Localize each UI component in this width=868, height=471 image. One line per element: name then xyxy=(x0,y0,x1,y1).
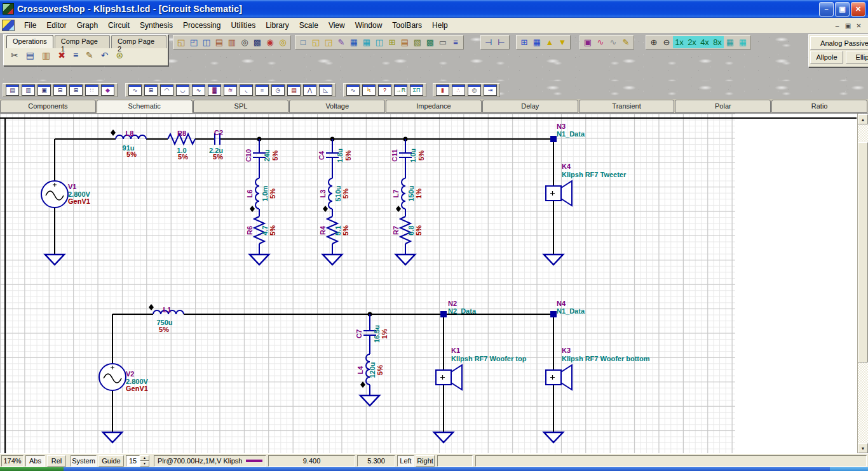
zoom-out-icon[interactable]: ⊖ xyxy=(660,36,673,48)
menu-item-graph[interactable]: Graph xyxy=(72,21,103,30)
thermometer-window-icon[interactable]: ▮ xyxy=(436,84,449,96)
bring-front-icon[interactable]: ⊞ xyxy=(69,84,83,96)
menu-item-editor[interactable]: Editor xyxy=(41,21,71,30)
restore-button[interactable]: ▣ xyxy=(835,2,850,17)
curves-color-icon[interactable]: ∿ xyxy=(594,36,607,48)
save-project-icon[interactable]: ◰ xyxy=(187,36,200,48)
impulse-window-icon[interactable]: ∿ xyxy=(128,84,142,96)
paste-components-icon[interactable]: ▤ xyxy=(213,36,226,48)
item-comp-page-2[interactable]: Comp Page 2 xyxy=(111,35,166,48)
zoom-4x-icon[interactable]: 4x xyxy=(698,36,711,48)
print-icon[interactable]: ▭ xyxy=(437,36,449,48)
circuit-canvas[interactable]: V1 2.800V GenV1 L8 91u 5% R8 1.0 5% C2 2… xyxy=(0,114,857,454)
view-tab-polar[interactable]: Polar xyxy=(675,100,771,113)
rel-button[interactable]: Rel xyxy=(47,455,66,467)
grid-dot-icon[interactable]: ▦ xyxy=(724,36,736,48)
calendar-icon[interactable]: ▤ xyxy=(398,36,411,48)
chart-window-icon[interactable]: ▩ xyxy=(424,36,437,48)
mdi-restore-button[interactable]: ▣ xyxy=(843,21,853,30)
spinner-down-icon[interactable]: ▼ xyxy=(140,461,149,467)
paste-icon[interactable]: ▥ xyxy=(42,51,50,60)
paste-circuit-icon[interactable]: ▥ xyxy=(226,36,238,48)
spectrum-window-icon[interactable]: ▓ xyxy=(208,84,221,96)
lightning-window-icon[interactable]: Ϟ xyxy=(362,84,376,96)
view-tab-voltage[interactable]: Voltage xyxy=(289,100,385,113)
gear-doc-icon[interactable]: ⊛ xyxy=(116,51,124,60)
toolbox-icon[interactable]: ⊞ xyxy=(386,36,398,48)
tile-vertical-icon[interactable]: ▥ xyxy=(22,84,35,96)
filter-button-ellip[interactable]: Ellip xyxy=(846,51,868,63)
move-up-icon[interactable]: ▲ xyxy=(543,36,556,48)
save-as-icon[interactable]: ▦ xyxy=(360,36,373,48)
menu-item-processing[interactable]: Processing xyxy=(178,21,226,30)
view-tab-spl[interactable]: SPL xyxy=(193,100,289,113)
node-N4[interactable] xyxy=(550,311,557,317)
phase-window-icon[interactable]: ◷ xyxy=(271,84,285,96)
grid-icon[interactable]: ▦ xyxy=(736,36,749,48)
frame-icon[interactable]: ▣ xyxy=(581,36,594,48)
item-comp-page-1[interactable]: Comp Page 1 xyxy=(55,35,110,48)
item-operations[interactable]: Operations xyxy=(6,35,53,48)
move-down-icon[interactable]: ▼ xyxy=(556,36,569,48)
zoom-in-icon[interactable]: ⊕ xyxy=(648,36,660,48)
merge-window-icon[interactable]: ⇥ xyxy=(484,84,497,96)
component-list-icon[interactable]: ≡ xyxy=(73,51,78,60)
scroll-up-button[interactable]: ▲ xyxy=(858,114,868,124)
open-special-icon[interactable]: ◲ xyxy=(322,36,335,48)
view-tab-impedance[interactable]: Impedance xyxy=(386,100,482,113)
scroll-down-button[interactable]: ▼ xyxy=(858,443,868,453)
menu-item-toolbars[interactable]: ToolBars xyxy=(387,21,427,30)
schematic-viewport[interactable]: V1 2.800V GenV1 L8 91u 5% R8 1.0 5% C2 2… xyxy=(0,113,868,454)
new-document-icon[interactable]: □ xyxy=(297,36,309,48)
menu-item-window[interactable]: Window xyxy=(350,21,388,30)
guide-spinner[interactable]: ▲ ▼ xyxy=(140,455,149,467)
menu-item-synthesis[interactable]: Synthesis xyxy=(135,21,178,30)
layers-window-icon[interactable]: ≡ xyxy=(255,84,269,96)
menu-item-circuit[interactable]: Circuit xyxy=(103,21,135,30)
edit-grid-icon[interactable]: ▦ xyxy=(531,36,543,48)
send-back-icon[interactable]: ⊟ xyxy=(53,84,67,96)
doc-lines-icon[interactable]: ≡ xyxy=(449,36,462,48)
annotate-icon[interactable]: ✎ xyxy=(620,36,632,48)
mdi-close-button[interactable]: ✕ xyxy=(853,21,864,30)
rolloff-window-icon[interactable]: ◟ xyxy=(240,84,253,96)
guide-value-input[interactable]: 15 xyxy=(126,455,140,467)
spinner-up-icon[interactable]: ▲ xyxy=(140,455,149,461)
close-button[interactable]: ✕ xyxy=(851,2,865,17)
abs-button[interactable]: Abs xyxy=(25,455,45,467)
mdi-document-icon[interactable] xyxy=(2,20,15,31)
sum-pi-window-icon[interactable]: ΣΠ xyxy=(410,84,423,96)
menu-item-scale[interactable]: Scale xyxy=(294,21,323,30)
table-window-icon[interactable]: ▤ xyxy=(287,84,301,96)
menu-item-utilities[interactable]: Utilities xyxy=(226,21,261,30)
view-tab-transient[interactable]: Transient xyxy=(579,100,675,113)
drivers-window-icon[interactable]: ◎ xyxy=(468,84,481,96)
filter-family-button[interactable]: Analog Passive xyxy=(810,36,868,50)
curves-gray-icon[interactable]: ∿ xyxy=(607,36,620,48)
marker-window-icon[interactable]: ◉ xyxy=(264,36,276,48)
component-V2[interactable] xyxy=(99,364,126,390)
scatter-icon[interactable]: ∷ xyxy=(85,84,98,96)
ground-K4[interactable] xyxy=(544,255,563,265)
cascade-windows-icon[interactable]: ▣ xyxy=(37,84,51,96)
print-preview-icon[interactable]: ◎ xyxy=(238,36,251,48)
spl-window-icon[interactable]: ◠ xyxy=(160,84,173,96)
export-disk-icon[interactable]: ◫ xyxy=(373,36,386,48)
delete-icon[interactable]: ✖ xyxy=(58,51,65,60)
system-button[interactable]: System xyxy=(71,455,97,467)
view-tab-ratio[interactable]: Ratio xyxy=(771,100,867,113)
marker-axes-window-icon[interactable]: ⊞ xyxy=(144,84,158,96)
view-tab-schematic[interactable]: Schematic xyxy=(97,100,193,113)
waterfall-window-icon[interactable]: ≋ xyxy=(224,84,237,96)
title-bar[interactable]: CrossoverShop - Klipsh1st.lcd - [Circuit… xyxy=(0,0,868,18)
right-channel-button[interactable]: Right xyxy=(416,455,435,467)
insert-right-icon[interactable]: ⊢ xyxy=(495,36,508,48)
zoom-8x-icon[interactable]: 8x xyxy=(711,36,724,48)
open-folder-icon[interactable]: ◱ xyxy=(309,36,322,48)
insert-left-icon[interactable]: ⊣ xyxy=(482,36,495,48)
gem-icon[interactable]: ◆ xyxy=(101,84,114,96)
save-icon[interactable]: ▦ xyxy=(348,36,360,48)
ground-K3[interactable] xyxy=(544,432,563,442)
component-V1[interactable] xyxy=(41,181,68,208)
guide-button[interactable]: Guide xyxy=(98,455,124,467)
